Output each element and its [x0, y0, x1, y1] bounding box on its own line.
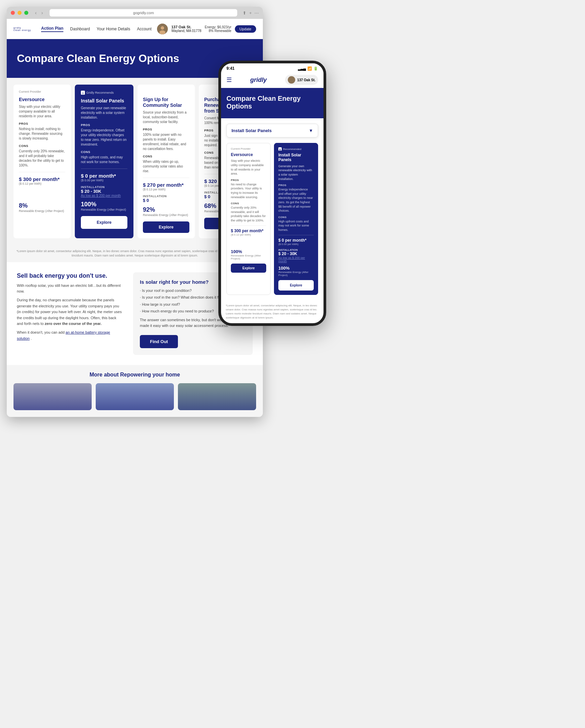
nav-account[interactable]: Account: [137, 27, 151, 31]
card-title-solar: Install Solar Panels: [81, 98, 127, 104]
browser-minimize-dot[interactable]: [18, 11, 22, 15]
phone-price-sub-1: ($ 0.00 per kWh): [278, 243, 314, 246]
browser-forward-button[interactable]: ›: [40, 9, 45, 16]
card-install-value-1: $ 20 - 30K: [81, 189, 127, 194]
phone-pros-0: No need to change providers. Your utilit…: [231, 182, 266, 199]
sell-back-p1: With rooftop solar, you still have an el…: [17, 283, 123, 294]
card-install-value-2: $ 0: [143, 198, 189, 203]
card-desc-eversource: Stay with your electric utility company …: [19, 104, 65, 119]
share-icon[interactable]: ⬆: [243, 10, 246, 16]
nav-energy-cost: Energy: $6,923/yr: [205, 25, 232, 29]
nav-action-plan[interactable]: Action Plan: [41, 26, 63, 32]
phone-badge-0: Current Provider: [231, 147, 266, 150]
card-renewable-0: 8%: [19, 202, 65, 209]
chevron-down-icon: ▼: [309, 128, 313, 133]
card-pros-text-0: Nothing to install; nothing to change. R…: [19, 127, 65, 141]
phone-cons-label-0: CONS: [231, 202, 266, 205]
update-button[interactable]: Update: [235, 25, 256, 33]
phone-hero: Compare Clean Energy Options: [221, 88, 323, 118]
card-renewable-1: 100%: [81, 201, 127, 208]
app-logo-text: gridly: [14, 27, 31, 29]
nav-energy-info: Energy: $6,923/yr 8% Renewable: [205, 25, 232, 33]
hamburger-icon[interactable]: ☰: [227, 76, 232, 84]
nav-right-section: 137 Oak St. Wayland, MA 01778 Energy: $6…: [157, 24, 256, 34]
sell-back-title: Sell back energy you don't use.: [17, 272, 123, 279]
card-cons-label-0: CONS: [19, 144, 65, 148]
phone-time: 9:41: [227, 66, 235, 71]
sell-back-bold: zero over the course of the year.: [45, 321, 102, 326]
nav-home-details[interactable]: Your Home Details: [97, 27, 130, 31]
phone-cons-0: Currently only 20% renewable, and it wil…: [231, 206, 266, 223]
card-badge-2: [143, 90, 189, 93]
nav-city: Wayland, MA 01778: [171, 29, 201, 33]
phone-badge-1: g Recommended: [278, 147, 314, 151]
browser-address-bar[interactable]: gogridly.com: [50, 9, 237, 17]
card-badge-recommended: g Gridly Recommends: [81, 91, 127, 95]
phone-cons-label-1: CONS: [278, 216, 314, 219]
nav-links: Action Plan Dashboard Your Home Details …: [41, 26, 152, 32]
nav-street: 137 Oak St.: [171, 25, 201, 29]
browser-close-dot[interactable]: [11, 11, 15, 15]
explore-button-1[interactable]: Explore: [81, 216, 127, 229]
more-title: More about Repowering your home: [14, 372, 256, 378]
phone-explore-btn-1[interactable]: Explore: [278, 280, 314, 290]
phone-cons-1: High upfront costs and may not work for …: [278, 219, 314, 232]
explore-button-2[interactable]: Explore: [143, 222, 189, 233]
phone-rec-icon: g: [278, 147, 282, 151]
phone-navbar: ☰ gridly 137 Oak St.: [221, 72, 323, 88]
battery-icon: 🔋: [313, 67, 318, 71]
browser-maximize-dot[interactable]: [24, 11, 28, 15]
nav-address-block: 137 Oak St. Wayland, MA 01778: [171, 25, 201, 33]
find-out-button[interactable]: Find Out: [140, 335, 178, 348]
phone-card-desc-1: Generate your own renewable electricity …: [278, 164, 314, 181]
phone-card-eversource: Current Provider Eversource Stay with yo…: [227, 143, 271, 295]
add-tab-icon[interactable]: +: [249, 10, 252, 16]
phone-cards-area: Current Provider Eversource Stay with yo…: [221, 143, 323, 300]
svg-point-2: [159, 30, 165, 34]
phone-pros-1: Energy independence and offset your util…: [278, 187, 314, 213]
phone-statusbar: 9:41 ▂▃▄ 📶 🔋: [221, 63, 323, 72]
more-section: More about Repowering your home: [7, 365, 263, 417]
browser-nav-buttons: ‹ ›: [34, 9, 44, 16]
card-badge-current: Current Provider: [19, 90, 65, 93]
card-pros-label-2: PROS: [143, 128, 189, 131]
phone-card-title-1: Install Solar Panels: [278, 153, 314, 162]
card-cons-text-1: High upfront costs, and may not work for…: [81, 155, 127, 164]
phone-card-title-0: Eversource: [231, 152, 266, 157]
browser-url: gogridly.com: [133, 11, 154, 15]
card-pros-label-1: PROS: [81, 123, 127, 127]
card-install-link-1[interactable]: As low as $ 200 per month: [81, 194, 127, 198]
card-community-solar: Sign Up for Community Solar Source your …: [137, 85, 195, 238]
card-price-sub-0: ($ 0.12 per kWh): [19, 182, 65, 185]
card-renewable-label-0: Renewable Energy (After Project): [19, 209, 65, 213]
app-logo[interactable]: gridly clean energy: [14, 27, 31, 31]
phone-renewable-0: 100%: [231, 249, 266, 254]
card-pros-text-1: Energy independence. Offset your utility…: [81, 128, 127, 147]
browser-back-button[interactable]: ‹: [34, 9, 38, 16]
sell-back-left: Sell back energy you don't use. With roo…: [17, 272, 123, 355]
more-card-0: [14, 383, 92, 410]
card-price-sub-2: ($ 0.13 per kWh): [143, 188, 189, 191]
phone-dropdown[interactable]: Install Solar Panels ▼: [227, 124, 318, 137]
card-title-community: Sign Up for Community Solar: [143, 97, 189, 108]
card-eversource: Current Provider Eversource Stay with yo…: [14, 85, 71, 238]
card-cons-text-0: Currently only 20% renewable, and it wil…: [19, 149, 65, 168]
phone-logo[interactable]: gridly: [250, 77, 267, 84]
app-logo-sub: clean energy: [14, 29, 31, 31]
phone-install-link-1[interactable]: As low as $ 200 per month: [278, 256, 314, 263]
nav-avatar: [157, 24, 168, 34]
phone-install-label-1: INSTALLATION: [278, 249, 314, 252]
card-install-label-1: INSTALLATION: [81, 185, 127, 189]
phone-renewable-label-1: Renewable Energy (After Project): [278, 271, 314, 277]
card-renewable-2: 92%: [143, 206, 189, 213]
phone-address-pill[interactable]: 137 Oak St.: [285, 75, 318, 85]
phone-explore-btn-0[interactable]: Explore: [231, 264, 266, 273]
mobile-phone-frame: 9:41 ▂▃▄ 📶 🔋 ☰ gridly 137 Oak St. Compar…: [218, 61, 326, 326]
more-icon[interactable]: ⋯: [255, 10, 259, 16]
card-price-sub-1: ($ 0.00 per kWh): [81, 179, 127, 182]
phone-install-value-1: $ 20 - 30K: [278, 252, 314, 256]
nav-dashboard[interactable]: Dashboard: [70, 27, 90, 31]
phone-price-0: $ 300 per month*: [231, 229, 266, 233]
card-cons-label-2: CONS: [143, 155, 189, 158]
phone-pros-label-1: PROS: [278, 184, 314, 187]
